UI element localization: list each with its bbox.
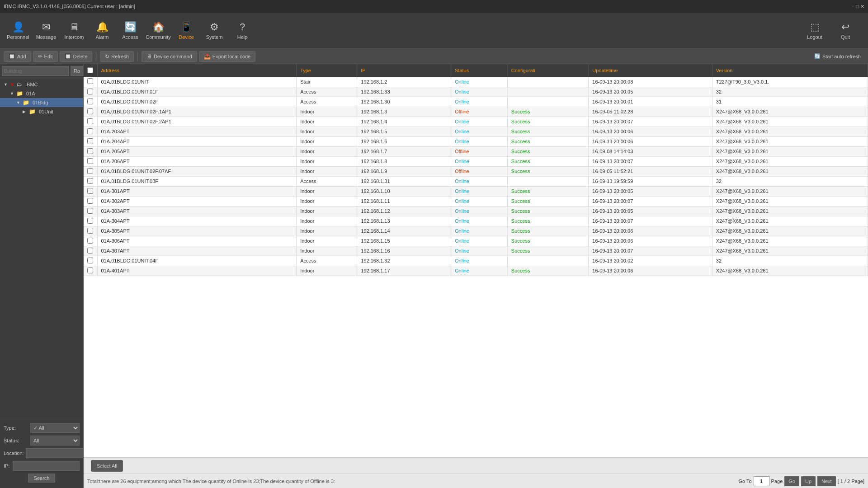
start-auto-refresh-button[interactable]: 🔄 Start auto refresh bbox=[811, 52, 864, 61]
row-check-1[interactable] bbox=[84, 87, 97, 97]
row-check-3[interactable] bbox=[84, 107, 97, 117]
quit-button[interactable]: ↩ Quit bbox=[832, 15, 859, 46]
tree-item-01bldg[interactable]: ▼📁01Bldg bbox=[0, 98, 83, 107]
sidebar-search-input[interactable] bbox=[2, 66, 69, 76]
table-row[interactable]: 01A-401APT Indoor 192.168.1.17 Online Su… bbox=[84, 266, 868, 276]
table-row[interactable]: 01A.01BLDG.01UNIT.02F Access 192.168.1.3… bbox=[84, 97, 868, 107]
toolbar-item-message[interactable]: ✉Message bbox=[33, 15, 60, 46]
export-local-code-button[interactable]: 📤 Export local code bbox=[199, 51, 255, 62]
toolbar-item-device[interactable]: 📱Device bbox=[173, 15, 200, 46]
tree-item-01unit[interactable]: ▶📁01Unit bbox=[0, 107, 83, 116]
row-check-4[interactable] bbox=[84, 117, 97, 127]
next-button[interactable]: Next bbox=[817, 476, 836, 486]
row-check-6[interactable] bbox=[84, 136, 97, 146]
check-all-checkbox[interactable] bbox=[87, 67, 93, 73]
sidebar-search-button[interactable]: Ro bbox=[71, 66, 83, 76]
toolbar-label-message: Message bbox=[36, 34, 57, 40]
row-check-9[interactable] bbox=[84, 166, 97, 176]
table-row[interactable]: 01A-306APT Indoor 192.168.1.15 Online Su… bbox=[84, 236, 868, 246]
type-header[interactable]: Type bbox=[297, 64, 357, 77]
select-all-button[interactable]: Select All bbox=[91, 460, 123, 472]
row-check-16[interactable] bbox=[84, 236, 97, 246]
row-check-13[interactable] bbox=[84, 206, 97, 216]
row-check-15[interactable] bbox=[84, 226, 97, 236]
row-check-17[interactable] bbox=[84, 246, 97, 256]
table-row[interactable]: 01A.01BLDG.01UNIT.04F Access 192.168.1.3… bbox=[84, 256, 868, 266]
table-row[interactable]: 01A-303APT Indoor 192.168.1.12 Online Su… bbox=[84, 206, 868, 216]
table-row[interactable]: 01A.01BLDG.01UNIT.01F Access 192.168.1.3… bbox=[84, 87, 868, 97]
ip-filter-input[interactable] bbox=[13, 461, 80, 471]
logout-button[interactable]: ⬚ Logout bbox=[801, 15, 828, 46]
version-header[interactable]: Version bbox=[712, 64, 868, 77]
row-address-12: 01A-302APT bbox=[97, 196, 297, 206]
table-row[interactable]: 01A-205APT Indoor 192.168.1.7 Offline Su… bbox=[84, 146, 868, 156]
row-check-8[interactable] bbox=[84, 156, 97, 166]
table-row[interactable]: 01A-307APT Indoor 192.168.1.16 Online Su… bbox=[84, 246, 868, 256]
status-header[interactable]: Status bbox=[451, 64, 508, 77]
table-row[interactable]: 01A.01BLDG.01UNIT.03F Access 192.168.1.3… bbox=[84, 176, 868, 186]
row-status-8: Online bbox=[451, 156, 508, 166]
table-row[interactable]: 01A-301APT Indoor 192.168.1.10 Online Su… bbox=[84, 186, 868, 196]
table-row[interactable]: 01A-204APT Indoor 192.168.1.6 Online Suc… bbox=[84, 136, 868, 146]
row-check-7[interactable] bbox=[84, 146, 97, 156]
page-number-input[interactable] bbox=[754, 476, 769, 486]
row-check-12[interactable] bbox=[84, 196, 97, 206]
search-button[interactable]: Search bbox=[28, 474, 55, 483]
row-check-19[interactable] bbox=[84, 266, 97, 276]
toolbar-item-alarm[interactable]: 🔔Alarm bbox=[89, 15, 116, 46]
table-row[interactable]: 01A-302APT Indoor 192.168.1.11 Online Su… bbox=[84, 196, 868, 206]
table-row[interactable]: 01A.01BLDG.01UNIT Stair 192.168.1.2 Onli… bbox=[84, 77, 868, 87]
row-check-11[interactable] bbox=[84, 186, 97, 196]
configuration-header[interactable]: Configurati bbox=[507, 64, 589, 77]
toolbar-item-personnel[interactable]: 👤Personnel bbox=[5, 15, 32, 46]
address-header[interactable]: Address bbox=[97, 64, 297, 77]
go-button[interactable]: Go bbox=[784, 476, 799, 486]
toolbar-item-community[interactable]: 🏠Community bbox=[145, 15, 172, 46]
status-filter-select[interactable]: All Online Offline bbox=[30, 436, 80, 446]
toolbar-item-help[interactable]: ?Help bbox=[229, 15, 256, 46]
table-row[interactable]: 01A-206APT Indoor 192.168.1.8 Online Suc… bbox=[84, 156, 868, 166]
location-filter-input[interactable] bbox=[26, 448, 93, 458]
table-row[interactable]: 01A-304APT Indoor 192.168.1.13 Online Su… bbox=[84, 216, 868, 226]
row-status-12: Online bbox=[451, 196, 508, 206]
up-button[interactable]: Up bbox=[801, 476, 816, 486]
tree-item-ibmc[interactable]: ▼✕🗂IBMC bbox=[0, 80, 83, 89]
row-check-14[interactable] bbox=[84, 216, 97, 226]
table-row[interactable]: 01A-305APT Indoor 192.168.1.14 Online Su… bbox=[84, 226, 868, 236]
table-row[interactable]: 01A.01BLDG.01UNIT.02F.2AP1 Indoor 192.16… bbox=[84, 117, 868, 127]
row-ip-7: 192.168.1.7 bbox=[357, 146, 451, 156]
row-check-18[interactable] bbox=[84, 256, 97, 266]
row-address-11: 01A-301APT bbox=[97, 186, 297, 196]
row-check-2[interactable] bbox=[84, 97, 97, 107]
toolbar-item-intercom[interactable]: 🖥Intercom bbox=[61, 15, 88, 46]
row-version-9: X247@X68_V3.0.0.261 bbox=[712, 166, 868, 176]
minimize-btn[interactable]: – bbox=[852, 4, 854, 9]
row-updatetime-3: 16-09-05 11:02:28 bbox=[589, 107, 712, 117]
row-updatetime-15: 16-09-13 20:00:06 bbox=[589, 226, 712, 236]
updatetime-header[interactable]: Updatetime bbox=[589, 64, 712, 77]
delete-button[interactable]: 🔲 Delete bbox=[60, 51, 93, 62]
row-check-0[interactable] bbox=[84, 77, 97, 87]
ip-header[interactable]: IP bbox=[357, 64, 451, 77]
maximize-btn[interactable]: □ bbox=[856, 4, 859, 9]
tree-item-01a[interactable]: ▼📁01A bbox=[0, 89, 83, 98]
add-button[interactable]: 🔲 Add bbox=[4, 51, 31, 62]
type-filter-select[interactable]: ✓ All Indoor Outdoor Access Stair Guard bbox=[30, 423, 80, 433]
export-local-code-label: Export local code bbox=[212, 54, 250, 59]
toolbar-item-access[interactable]: 🔄Access bbox=[117, 15, 144, 46]
device-command-button[interactable]: 🖥 Device command bbox=[142, 51, 197, 62]
refresh-button[interactable]: ↻ Refresh bbox=[100, 51, 134, 62]
check-all-header[interactable] bbox=[84, 64, 97, 77]
edit-button[interactable]: ✏ Edit bbox=[33, 51, 58, 62]
close-btn[interactable]: ✕ bbox=[860, 4, 864, 9]
row-version-8: X247@X68_V3.0.0.261 bbox=[712, 156, 868, 166]
tree-close-icon[interactable]: ✕ bbox=[10, 82, 14, 88]
toolbar-label-device: Device bbox=[179, 34, 194, 40]
toolbar-item-system[interactable]: ⚙System bbox=[201, 15, 228, 46]
row-type-6: Indoor bbox=[297, 136, 357, 146]
row-check-5[interactable] bbox=[84, 127, 97, 136]
table-row[interactable]: 01A.01BLDG.01UNIT.02F.07AF Indoor 192.16… bbox=[84, 166, 868, 176]
table-row[interactable]: 01A-203APT Indoor 192.168.1.5 Online Suc… bbox=[84, 127, 868, 136]
row-check-10[interactable] bbox=[84, 176, 97, 186]
table-row[interactable]: 01A.01BLDG.01UNIT.02F.1AP1 Indoor 192.16… bbox=[84, 107, 868, 117]
